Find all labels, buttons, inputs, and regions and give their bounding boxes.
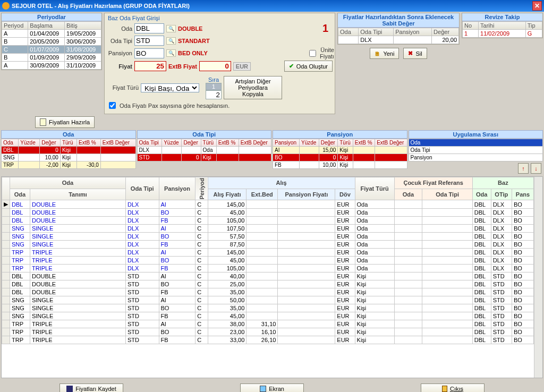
close-button[interactable]: ✕ xyxy=(532,1,542,11)
extb-label: ExtB Fiyat xyxy=(168,63,197,70)
revize-col-tarihi: Tarihi xyxy=(479,22,526,30)
main-row[interactable]: DBLDOUBLESTDFBC35,00EURKişiDBLSTDBO xyxy=(2,288,534,296)
periods-row[interactable]: A30/09/200931/10/2009 xyxy=(2,62,101,70)
sabit-col-deger: Değer xyxy=(432,28,459,36)
quad-odatipi-title: Oda Tipi xyxy=(137,130,272,139)
periods-table[interactable]: Periyod Başlama Bitiş A01/04/200919/05/2… xyxy=(2,21,101,70)
sira-spinner[interactable] xyxy=(206,90,222,99)
fiyatturu-select[interactable]: Kişi Başı, Oda xyxy=(141,83,199,92)
uyg-row[interactable]: Oda Tipi xyxy=(409,147,543,154)
quad-row[interactable]: TRP-2,00Kişi-30,0 xyxy=(2,161,136,169)
main-row[interactable]: SNGSINGLESTDAIC50,00EURKişiDBLSTDBO xyxy=(2,296,534,304)
revize-table[interactable]: No Tarihi Tip 111/02/2009G xyxy=(462,21,542,38)
lookup-odatipi-icon[interactable]: 🔍 xyxy=(166,37,176,45)
pax-checkbox[interactable] xyxy=(109,102,116,109)
mid-grids: Oda OdaYüzdeDeğerTürüExtB %ExtB DeğerDBL… xyxy=(1,130,543,175)
oda-input[interactable] xyxy=(134,23,164,33)
main-row[interactable]: DBLDOUBLEDLXFBC105,00EUROdaDBLDLXBO xyxy=(2,217,534,225)
unite-text: Ünite Fiyatı xyxy=(320,47,334,59)
quad-row[interactable]: AI15,00Kişi xyxy=(273,147,407,154)
extb-input[interactable] xyxy=(199,61,231,71)
quad-pansiyon-table[interactable]: PansiyonYüzdeDeğerTürüExtB %ExtB DeğerAI… xyxy=(273,139,407,169)
quad-row[interactable]: DBL0Kişi xyxy=(2,147,136,154)
main-row[interactable]: SNGSINGLEDLXAIC107,50EUROdaDBLDLXBO xyxy=(2,225,534,233)
screen-icon xyxy=(260,386,266,392)
fiyat-input[interactable] xyxy=(134,61,166,71)
ekran-button[interactable]: Ekran xyxy=(240,384,304,392)
quad-row[interactable]: DLXOda xyxy=(137,147,271,154)
odatipi-input[interactable] xyxy=(134,36,164,46)
save-icon xyxy=(66,386,73,392)
move-up-button[interactable]: ↑ xyxy=(518,163,529,174)
unite-fiyati-checkbox[interactable] xyxy=(309,50,316,57)
sabit-row[interactable]: DLX20,00 xyxy=(338,36,459,44)
uyg-row[interactable]: Pansiyon xyxy=(409,154,543,161)
quad-pansiyon: Pansiyon PansiyonYüzdeDeğerTürüExtB %Ext… xyxy=(273,130,407,175)
periods-col-baslama: Başlama xyxy=(28,22,65,30)
grp-oda: Oda xyxy=(10,177,126,189)
lookup-oda-icon[interactable]: 🔍 xyxy=(166,25,176,32)
revize-row[interactable]: 111/02/2009G xyxy=(463,30,542,38)
odatipi-desc: STANDART xyxy=(178,38,210,44)
uyg-table[interactable]: OdaOda TipiPansiyon xyxy=(409,139,543,161)
oda-olustur-button[interactable]: ✔Oda Oluştur xyxy=(284,61,333,72)
unite-fiyati-label[interactable]: Ünite Fiyatı xyxy=(307,47,333,59)
periods-row[interactable]: A01/04/200919/05/2009 xyxy=(2,30,101,38)
main-row[interactable]: TRPTRIPLEDLXFBC105,00EUROdaDBLDLXBO xyxy=(2,265,534,272)
main-row[interactable]: SNGSINGLEDLXFBC87,50EUROdaDBLDLXBO xyxy=(2,241,534,249)
baz-title: Baz Oda Fiyat Girişi xyxy=(108,15,332,21)
main-row[interactable]: TRPTRIPLESTDAIC38,0031,10EURKişiDBLSTDBO xyxy=(2,320,534,328)
col-tanimi: Tanımı xyxy=(30,189,125,200)
move-down-button[interactable]: ↓ xyxy=(531,163,541,174)
main-grid-scrollbar[interactable] xyxy=(534,177,542,378)
quad-odatipi-table[interactable]: Oda TipiYüzdeDeğerTürüExtB %ExtB DeğerDL… xyxy=(137,139,272,161)
quad-row[interactable]: STD0Kişi xyxy=(137,154,271,161)
sil-button[interactable]: ✖Sil xyxy=(403,48,427,59)
main-row[interactable]: TRPTRIPLEDLXAIC145,00EUROdaDBLDLXBO xyxy=(2,249,534,257)
quad-row[interactable]: SNG10,00Kişi xyxy=(2,154,136,161)
window-title: SEJOUR OTEL - Alış Fiyatları Hazırlama (… xyxy=(12,3,190,9)
sequence-number: 1 xyxy=(322,22,328,35)
currency-box: EUR xyxy=(233,62,251,71)
kopyala-text: Artışları Diğer Periyodlara Kopyala xyxy=(228,78,277,97)
sabit-col-odatipi: Oda Tipi xyxy=(359,28,394,36)
cikis-button[interactable]: Çıkış xyxy=(421,384,484,392)
pansiyon-input[interactable] xyxy=(134,48,164,58)
periods-col-bitis: Bitiş xyxy=(65,22,101,30)
main-row[interactable]: SNGSINGLESTDBOC35,00EURKişiDBLSTDBO xyxy=(2,304,534,312)
main-row[interactable]: DBLDOUBLEDLXBOC45,00EUROdaDBLDLXBO xyxy=(2,209,534,217)
quad-row[interactable]: BO0Kişi xyxy=(273,154,407,161)
uyg-row[interactable]: Oda xyxy=(409,139,543,147)
col-fiyatturu: Fiyat Türü xyxy=(355,177,394,200)
hazirla-text: Fiyatları Hazırla xyxy=(49,119,90,125)
main-row[interactable]: SNGSINGLESTDFBC45,00EURKişiDBLSTDBO xyxy=(2,312,534,320)
main-row[interactable]: TRPTRIPLEDLXBOC45,00EUROdaDBLDLXBO xyxy=(2,257,534,265)
periods-row[interactable]: B20/05/200930/06/2009 xyxy=(2,38,101,46)
main-grid-panel: Oda Oda Tipi Pansiyon Periyod Alış Fiyat… xyxy=(1,176,543,378)
lookup-pansiyon-icon[interactable]: 🔍 xyxy=(166,49,176,57)
main-row[interactable]: ▶DBLDOUBLEDLXAIC145,00EUROdaDBLDLXBO xyxy=(2,200,534,209)
main-row[interactable]: TRPTRIPLESTDFBC33,0026,10EURKişiDBLSTDBO xyxy=(2,336,534,344)
main-row[interactable]: SNGSINGLEDLXBOC57,50EUROdaDBLDLXBO xyxy=(2,233,534,241)
pax-check-label[interactable]: Oda Fiyatı Pax sayısına göre hesaplansın… xyxy=(107,100,230,110)
grp-cocuk: Çocuk Fiyat Referans xyxy=(394,177,472,189)
periods-row[interactable]: B01/09/200929/09/2009 xyxy=(2,54,101,62)
periods-row[interactable]: C01/07/200931/08/2009 xyxy=(2,46,101,54)
odatipi-label: Oda Tipi xyxy=(107,38,132,44)
pax-text: Oda Fiyatı Pax sayısına göre hesaplansın… xyxy=(120,103,230,109)
main-row[interactable]: TRPTRIPLESTDBOC23,0016,10EURKişiDBLSTDBO xyxy=(2,328,534,336)
fiyat-label: Fiyat xyxy=(107,63,132,70)
quad-row[interactable]: FB10,00Kişi xyxy=(273,161,407,169)
main-row[interactable]: DBLDOUBLESTDAIC40,00EURKişiDBLSTDBO xyxy=(2,272,534,280)
kopyala-button[interactable]: Artışları Diğer Periyodlara Kopyala xyxy=(224,76,282,99)
main-grid[interactable]: Oda Oda Tipi Pansiyon Periyod Alış Fiyat… xyxy=(2,177,534,344)
kaydet-button[interactable]: Fiyatları Kaydet xyxy=(60,384,123,392)
sabit-table[interactable]: Oda Oda Tipi Pansiyon Değer DLX20,00 xyxy=(338,28,459,44)
main-row[interactable]: DBLDOUBLESTDBOC25,00EURKişiDBLSTDBO xyxy=(2,280,534,288)
yeni-button[interactable]: 🗎Yeni xyxy=(370,48,399,59)
quad-oda-table[interactable]: OdaYüzdeDeğerTürüExtB %ExtB DeğerDBL0Kiş… xyxy=(1,139,136,169)
col-extbed: Ext.Bed xyxy=(246,189,278,200)
revize-panel: Revize Takip No Tarihi Tip 111/02/2009G xyxy=(462,13,543,38)
fiyatlari-hazirla-button[interactable]: Fiyatları Hazırla xyxy=(35,116,95,128)
revize-col-tip: Tip xyxy=(525,22,542,30)
